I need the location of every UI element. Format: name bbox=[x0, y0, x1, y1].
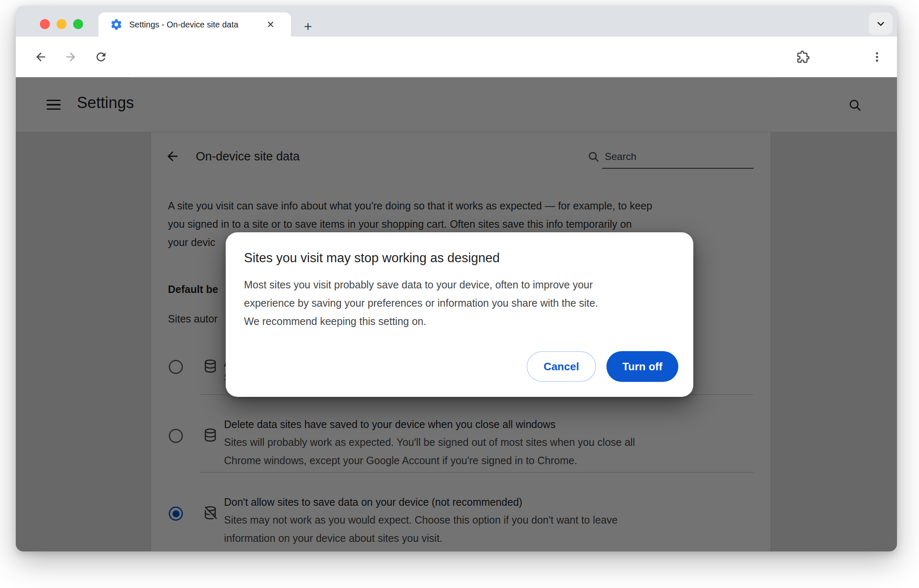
browser-menu-button[interactable] bbox=[865, 37, 889, 77]
browser-window: Settings - On-device site data ✕ + bbox=[16, 6, 897, 551]
reload-button[interactable] bbox=[89, 37, 113, 77]
dialog-title: Sites you visit may stop working as desi… bbox=[244, 251, 500, 266]
tab-search-button[interactable] bbox=[869, 12, 892, 35]
confirmation-dialog: Sites you visit may stop working as desi… bbox=[226, 232, 693, 397]
reload-icon bbox=[94, 50, 108, 64]
tab-settings[interactable]: Settings - On-device site data ✕ bbox=[99, 12, 291, 37]
back-button[interactable] bbox=[29, 37, 52, 77]
browser-toolbar: Chrome chrome://settings/content/siteDat… bbox=[16, 37, 897, 77]
forward-icon bbox=[64, 50, 77, 64]
dialog-body-line: We recommend keeping this setting on. bbox=[244, 315, 426, 327]
tab-strip: Settings - On-device site data ✕ + bbox=[16, 6, 897, 37]
traffic-light-zoom-button[interactable] bbox=[73, 19, 83, 29]
three-dot-menu-icon bbox=[871, 51, 883, 63]
forward-button[interactable] bbox=[59, 37, 82, 77]
traffic-light-close-button[interactable] bbox=[40, 19, 50, 29]
dialog-body-line: experience by saving your preferences or… bbox=[244, 297, 598, 309]
chevron-down-icon bbox=[875, 18, 886, 29]
cancel-button[interactable]: Cancel bbox=[527, 351, 596, 382]
extensions-puzzle-icon bbox=[796, 50, 810, 64]
tab-close-icon[interactable]: ✕ bbox=[262, 16, 279, 33]
extensions-button[interactable] bbox=[791, 37, 815, 77]
tab-title: Settings - On-device site data bbox=[129, 20, 261, 30]
turn-off-button[interactable]: Turn off bbox=[606, 351, 678, 382]
traffic-light-minimize-button[interactable] bbox=[57, 19, 67, 29]
new-tab-button[interactable]: + bbox=[299, 17, 317, 35]
settings-gear-favicon-icon bbox=[110, 18, 123, 31]
back-icon bbox=[34, 50, 47, 64]
dialog-body-line: Most sites you visit probably save data … bbox=[244, 279, 593, 291]
